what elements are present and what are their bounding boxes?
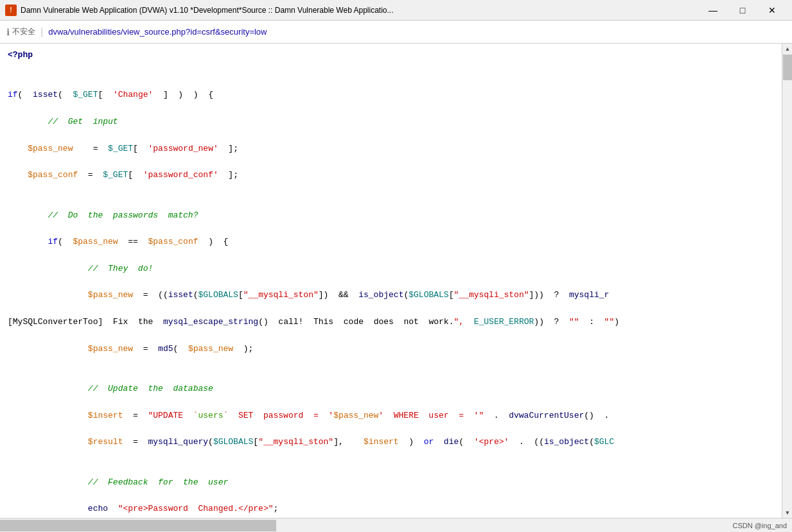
minimize-button[interactable]: —: [698, 0, 728, 21]
scroll-up-arrow[interactable]: ▲: [782, 44, 792, 54]
address-bar: ℹ 不安全 | dvwa/vulnerabilities/view_source…: [0, 21, 792, 44]
horizontal-scrollbar[interactable]: [0, 519, 727, 532]
source-code: <?php if( isset( $_GET[ 'Change' ] ) ) {…: [0, 44, 782, 518]
app-icon: !: [5, 4, 17, 16]
maximize-button[interactable]: □: [728, 0, 757, 21]
bottom-label: CSDN @ing_and: [727, 522, 792, 529]
url-display[interactable]: dvwa/vulnerabilities/view_source.php?id=…: [48, 27, 267, 37]
status-bar: CSDN @ing_and: [0, 518, 792, 532]
security-label: 不安全: [12, 26, 35, 37]
divider: |: [40, 26, 43, 38]
title-bar: ! Damn Vulnerable Web Application (DVWA)…: [0, 0, 792, 21]
close-button[interactable]: ✕: [757, 0, 787, 21]
code-scroll-area[interactable]: <?php if( isset( $_GET[ 'Change' ] ) ) {…: [0, 44, 782, 518]
vertical-scrollbar[interactable]: ▲ ▼: [782, 44, 792, 518]
scroll-thumb[interactable]: [783, 55, 792, 80]
code-container: <?php if( isset( $_GET[ 'Change' ] ) ) {…: [0, 44, 792, 518]
info-icon: ℹ: [6, 27, 10, 37]
scroll-down-arrow[interactable]: ▼: [782, 508, 792, 518]
security-indicator: ℹ 不安全: [6, 26, 35, 37]
h-scroll-thumb[interactable]: [0, 520, 276, 531]
window-title: Damn Vulnerable Web Application (DVWA) v…: [21, 6, 698, 15]
window-controls: — □ ✕: [698, 0, 787, 21]
